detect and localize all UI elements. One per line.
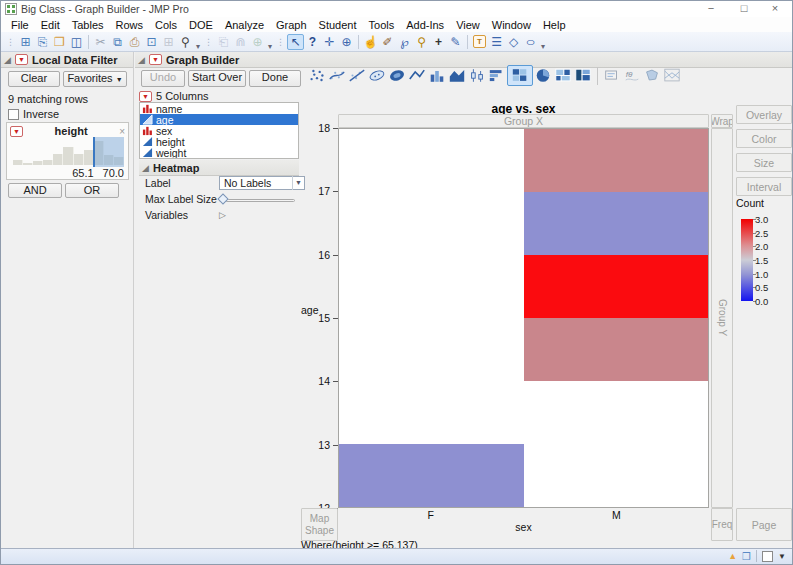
- wrap-dropzone[interactable]: Wrap: [711, 114, 733, 128]
- menu-file[interactable]: File: [5, 19, 35, 31]
- histogram-bar[interactable]: [63, 147, 73, 165]
- area-icon[interactable]: [447, 65, 467, 86]
- favorites-button[interactable]: Favorites ▼: [63, 71, 127, 87]
- menu-add-ins[interactable]: Add-Ins: [400, 19, 450, 31]
- collapse-triangle-icon[interactable]: ◢: [4, 55, 11, 65]
- annotate-icon[interactable]: ✎: [447, 34, 464, 50]
- heatmap-cell-M-16[interactable]: [524, 192, 709, 255]
- parallel-plot-icon[interactable]: [662, 65, 682, 86]
- columns-menu-icon[interactable]: ▼: [139, 91, 152, 102]
- smoother-icon[interactable]: [327, 65, 347, 86]
- histogram-icon[interactable]: [487, 65, 507, 86]
- menu-analyze[interactable]: Analyze: [219, 19, 270, 31]
- start-over-button[interactable]: Start Over: [188, 70, 246, 87]
- page-dropzone[interactable]: Page: [736, 508, 792, 541]
- new-data-table-icon[interactable]: ⊞: [17, 34, 34, 50]
- arrow-icon[interactable]: ↖: [287, 34, 304, 50]
- line-icon[interactable]: [407, 65, 427, 86]
- home-icon[interactable]: ▲: [728, 551, 737, 561]
- label-combobox[interactable]: No Labels ▼: [219, 176, 305, 190]
- histogram-bar[interactable]: [23, 163, 33, 165]
- menu-student[interactable]: Student: [313, 19, 363, 31]
- lines-icon[interactable]: ☰: [488, 34, 505, 50]
- menu-help[interactable]: Help: [537, 19, 572, 31]
- bar-icon[interactable]: [427, 65, 447, 86]
- text-note-icon[interactable]: T: [471, 34, 488, 50]
- heatmap-cell-M-14[interactable]: [524, 318, 709, 381]
- clear-button[interactable]: Clear: [8, 71, 60, 87]
- close-button[interactable]: ×: [760, 1, 790, 16]
- import-icon[interactable]: ⎘: [34, 34, 51, 50]
- undo-button[interactable]: Undo: [141, 70, 185, 87]
- collapse-triangle-icon[interactable]: ◢: [142, 163, 149, 173]
- heatmap-cell-F-12[interactable]: [339, 444, 524, 507]
- menu-edit[interactable]: Edit: [35, 19, 66, 31]
- lock-icon[interactable]: ⊞: [160, 34, 177, 50]
- y-axis[interactable]: 12131415161718: [295, 128, 338, 508]
- find-icon[interactable]: ⋒: [232, 34, 249, 50]
- group-y-dropzone[interactable]: Group Y: [711, 128, 733, 508]
- histogram-bar[interactable]: [13, 160, 23, 165]
- brush-icon[interactable]: ✐: [379, 34, 396, 50]
- menu-cols[interactable]: Cols: [149, 19, 183, 31]
- group-x-dropzone[interactable]: Group X: [338, 114, 709, 128]
- points-icon[interactable]: [307, 65, 327, 86]
- save-icon[interactable]: ◫: [68, 34, 85, 50]
- ellipse-icon[interactable]: [367, 65, 387, 86]
- color-dropzone[interactable]: Color: [736, 129, 792, 148]
- treemap-icon[interactable]: [553, 65, 573, 86]
- add-to-journal-icon[interactable]: ⊕: [249, 34, 266, 50]
- column-item-age[interactable]: age: [140, 114, 298, 125]
- menu-graph[interactable]: Graph: [270, 19, 313, 31]
- copy-icon[interactable]: ⧉: [109, 34, 126, 50]
- open-icon[interactable]: ❐: [51, 34, 68, 50]
- done-button[interactable]: Done: [249, 70, 301, 87]
- size-dropzone[interactable]: Size: [736, 153, 792, 172]
- checkbox-icon[interactable]: [762, 551, 773, 562]
- contour-icon[interactable]: [387, 65, 407, 86]
- and-button[interactable]: AND: [8, 183, 62, 198]
- collapse-triangle-icon[interactable]: ◢: [138, 55, 145, 65]
- builder-menu-icon[interactable]: ▼: [149, 54, 162, 65]
- line-of-fit-icon[interactable]: [347, 65, 367, 86]
- map-shapes-icon[interactable]: [642, 65, 662, 86]
- column-item-sex[interactable]: sex: [140, 125, 298, 136]
- disclosure-right-icon[interactable]: ▷: [219, 208, 226, 222]
- menu-tools[interactable]: Tools: [363, 19, 401, 31]
- magnifier-icon[interactable]: ⚲: [413, 34, 430, 50]
- minimize-button[interactable]: −: [696, 1, 726, 16]
- pie-icon[interactable]: [533, 65, 553, 86]
- oval-icon[interactable]: ○: [519, 34, 542, 50]
- map-shape-dropzone[interactable]: Map Shape: [301, 508, 338, 541]
- column-item-weight[interactable]: weight: [140, 147, 298, 158]
- histogram-bar[interactable]: [43, 160, 53, 165]
- filter-menu-icon[interactable]: ▼: [15, 54, 28, 65]
- interval-dropzone[interactable]: Interval: [736, 177, 792, 196]
- histogram-bar[interactable]: [33, 161, 43, 165]
- column-item-name[interactable]: name: [140, 103, 298, 114]
- crosshair-icon[interactable]: ⊕: [338, 34, 355, 50]
- freq-dropzone[interactable]: Freq: [711, 508, 733, 541]
- edit-journal-icon[interactable]: ⎗: [215, 34, 232, 50]
- filter-selection-overlay[interactable]: [93, 137, 124, 167]
- menu-doe[interactable]: DOE: [183, 19, 219, 31]
- paste-icon[interactable]: ⎙: [126, 34, 143, 50]
- hand-icon[interactable]: ☝: [362, 34, 379, 50]
- heatmap-icon[interactable]: [507, 65, 533, 86]
- help-icon[interactable]: ?: [304, 34, 321, 50]
- journal-icon[interactable]: ⊡: [143, 34, 160, 50]
- mosaic-icon[interactable]: [573, 65, 593, 86]
- maximize-button[interactable]: □: [729, 1, 759, 16]
- column-item-height[interactable]: height: [140, 136, 298, 147]
- menu-tables[interactable]: Tables: [66, 19, 110, 31]
- dropdown-icon[interactable]: ▼: [778, 552, 786, 561]
- menu-window[interactable]: Window: [486, 19, 537, 31]
- formula-icon[interactable]: fθ: [622, 65, 642, 86]
- search-icon[interactable]: ⚲: [177, 34, 194, 50]
- plot-frame[interactable]: [338, 128, 709, 508]
- x-axis[interactable]: FM: [338, 509, 709, 521]
- legend-gradient[interactable]: [741, 219, 753, 301]
- lasso-icon[interactable]: ℘: [396, 34, 413, 50]
- caption-box-icon[interactable]: [602, 65, 622, 86]
- plus-icon[interactable]: +: [430, 34, 447, 50]
